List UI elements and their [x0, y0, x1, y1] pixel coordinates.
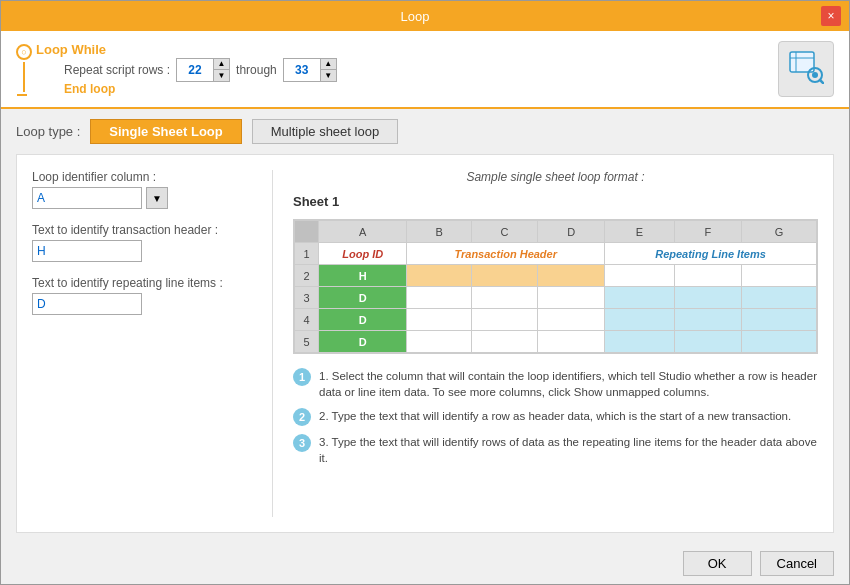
loop-controls-right: Loop While Repeat script rows : ▲ ▼ thro… [36, 42, 337, 96]
cell-2e [605, 265, 675, 287]
cell-3c [471, 287, 538, 309]
cell-2b [407, 265, 471, 287]
cell-2d [538, 265, 605, 287]
row-num-5: 5 [295, 331, 319, 353]
cell-1bcd: Transaction Header [407, 243, 605, 265]
line-items-input-row [32, 293, 252, 315]
col-d-header: D [538, 221, 605, 243]
cancel-button[interactable]: Cancel [760, 551, 834, 576]
through-value-spinner[interactable]: ▲ ▼ [283, 58, 337, 82]
row-num-1: 1 [295, 243, 319, 265]
cell-4c [471, 309, 538, 331]
header-field-row: Text to identify transaction header : [32, 223, 252, 262]
ss-table: A B C D E F G 1 [294, 220, 817, 353]
cell-1a: Loop ID [319, 243, 407, 265]
step-1-num: 1 [293, 368, 311, 386]
row-num-3: 3 [295, 287, 319, 309]
repeat-value-input[interactable] [177, 59, 213, 81]
through-spin-up[interactable]: ▲ [320, 59, 336, 70]
col-c-header: C [471, 221, 538, 243]
ss-row-1: 1 Loop ID Transaction Header Repeating L… [295, 243, 817, 265]
repeat-label: Repeat script rows : [64, 63, 170, 77]
through-spinners: ▲ ▼ [320, 59, 336, 81]
cell-3d [538, 287, 605, 309]
cell-4e [605, 309, 675, 331]
header-label: Text to identify transaction header : [32, 223, 252, 237]
repeat-value-spinner[interactable]: ▲ ▼ [176, 58, 230, 82]
right-panel: Sample single sheet loop format : Sheet … [293, 170, 818, 517]
identifier-input[interactable] [32, 187, 142, 209]
close-button[interactable]: × [821, 6, 841, 26]
instruction-3: 3 3. Type the text that will identify ro… [293, 434, 818, 466]
cell-3f [674, 287, 741, 309]
transaction-header-label: Transaction Header [454, 248, 557, 260]
repeat-spinners: ▲ ▼ [213, 59, 229, 81]
ok-button[interactable]: OK [683, 551, 752, 576]
cell-5b [407, 331, 471, 353]
end-loop-text: End loop [64, 82, 337, 96]
ss-corner [295, 221, 319, 243]
cell-3g [741, 287, 816, 309]
header-input[interactable] [32, 240, 142, 262]
col-e-header: E [605, 221, 675, 243]
svg-line-4 [820, 80, 824, 84]
step-3-num: 3 [293, 434, 311, 452]
cell-1efg: Repeating Line Items [605, 243, 817, 265]
cell-5d [538, 331, 605, 353]
cell-3a: D [319, 287, 407, 309]
step-2-num: 2 [293, 408, 311, 426]
cell-4f [674, 309, 741, 331]
single-sheet-loop-button[interactable]: Single Sheet Loop [90, 119, 241, 144]
dialog-title: Loop [9, 9, 821, 24]
multiple-sheet-loop-button[interactable]: Multiple sheet loop [252, 119, 398, 144]
line-items-label: Text to identify repeating line items : [32, 276, 252, 290]
col-a-header: A [319, 221, 407, 243]
preview-button[interactable] [778, 41, 834, 97]
sample-title: Sample single sheet loop format : [293, 170, 818, 184]
loop-while-row: Loop While [36, 42, 337, 57]
cell-4g [741, 309, 816, 331]
bottom-bar: OK Cancel [1, 543, 849, 584]
through-value-input[interactable] [284, 59, 320, 81]
line-items-input[interactable] [32, 293, 142, 315]
cell-2f [674, 265, 741, 287]
title-bar: Loop × [1, 1, 849, 31]
cell-5f [674, 331, 741, 353]
instruction-3-text: 3. Type the text that will identify rows… [319, 434, 818, 466]
row-num-4: 4 [295, 309, 319, 331]
cell-5c [471, 331, 538, 353]
through-label: through [236, 63, 277, 77]
identifier-input-row: ▼ [32, 187, 252, 209]
identifier-dropdown[interactable]: ▼ [146, 187, 168, 209]
cell-2g [741, 265, 816, 287]
col-g-header: G [741, 221, 816, 243]
repeat-spin-down[interactable]: ▼ [213, 70, 229, 81]
left-panel: Loop identifier column : ▼ Text to ident… [32, 170, 252, 517]
top-section: ○ Loop While Repeat script rows : ▲ ▼ [1, 31, 849, 109]
ss-row-2: 2 H [295, 265, 817, 287]
loop-controls: ○ Loop While Repeat script rows : ▲ ▼ [16, 42, 337, 96]
ss-row-5: 5 D [295, 331, 817, 353]
preview-icon [788, 48, 824, 90]
instruction-1-text: 1. Select the column that will contain t… [319, 368, 818, 400]
cell-3e [605, 287, 675, 309]
settings-panel: Loop identifier column : ▼ Text to ident… [16, 154, 834, 533]
panel-divider [272, 170, 273, 517]
loop-id-label: Loop ID [342, 248, 383, 260]
line-items-field-row: Text to identify repeating line items : [32, 276, 252, 315]
identifier-label: Loop identifier column : [32, 170, 252, 184]
col-b-header: B [407, 221, 471, 243]
instruction-2-text: 2. Type the text that will identify a ro… [319, 408, 818, 424]
loop-while-text: Loop While [36, 42, 106, 57]
instructions: 1 1. Select the column that will contain… [293, 364, 818, 466]
spreadsheet: A B C D E F G 1 [293, 219, 818, 354]
repeating-label: Repeating Line Items [655, 248, 766, 260]
cell-4b [407, 309, 471, 331]
cell-2a: H [319, 265, 407, 287]
cell-5e [605, 331, 675, 353]
ss-header-row: A B C D E F G [295, 221, 817, 243]
loop-icon: ○ [16, 44, 32, 60]
through-spin-down[interactable]: ▼ [320, 70, 336, 81]
repeat-spin-up[interactable]: ▲ [213, 59, 229, 70]
header-input-row [32, 240, 252, 262]
